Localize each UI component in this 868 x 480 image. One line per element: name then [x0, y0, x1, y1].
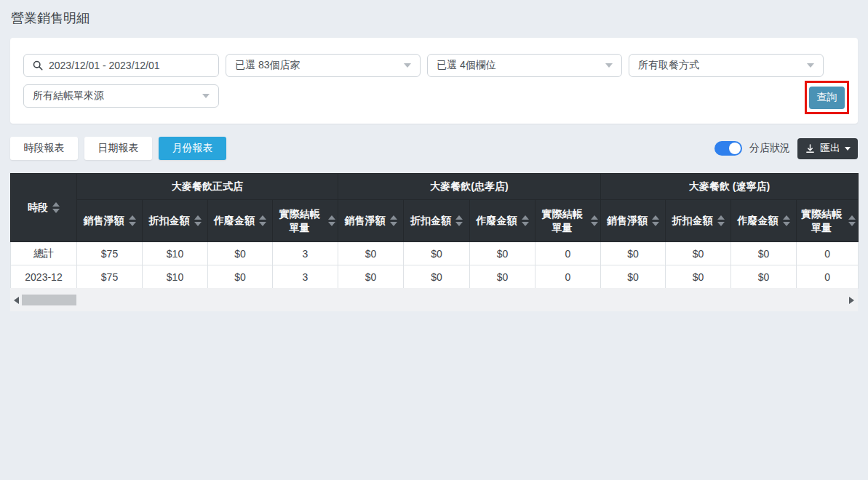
query-button[interactable]: 查詢 — [809, 87, 845, 109]
sort-icon[interactable] — [848, 215, 856, 226]
sort-icon[interactable] — [783, 215, 790, 226]
column-header-net-sales[interactable]: 銷售淨額 — [77, 200, 143, 242]
toggle-knob-icon — [729, 143, 741, 154]
store-group-header-1: 大麥餐飲正式店 — [77, 174, 338, 200]
chevron-down-icon — [807, 63, 814, 68]
chevron-down-icon — [605, 63, 613, 68]
value-cell: $0 — [470, 242, 535, 265]
value-cell: $0 — [666, 265, 731, 289]
pickup-method-value: 所有取餐方式 — [638, 59, 801, 72]
scroll-left-arrow-icon[interactable] — [14, 297, 19, 304]
columns-dropdown[interactable]: 已選 4個欄位 — [427, 54, 622, 77]
column-header-check-count[interactable]: 實際結帳單量 — [535, 200, 601, 242]
value-cell: $0 — [338, 265, 404, 289]
sort-icon[interactable] — [455, 215, 463, 226]
period-cell: 2023-12 — [11, 265, 77, 289]
search-icon — [33, 60, 43, 71]
table-toolbar: 分店狀況 匯出 — [714, 137, 858, 160]
table-row-month: 2023-12 $75 $10 $0 3 $0 $0 $0 0 $0 $0 $0… — [11, 265, 859, 289]
receipt-source-dropdown[interactable]: 所有結帳單來源 — [23, 84, 219, 108]
value-cell: $75 — [77, 265, 143, 289]
horizontal-scrollbar — [10, 288, 858, 311]
sort-icon[interactable] — [328, 215, 335, 226]
column-header-period[interactable]: 時段 — [11, 174, 77, 242]
store-group-header-3: 大麥餐飲 (遼寧店) — [601, 174, 859, 200]
value-cell: $0 — [338, 242, 404, 265]
sort-icon[interactable] — [522, 215, 529, 226]
column-header-void[interactable]: 作廢金額 — [731, 200, 797, 242]
value-cell: $0 — [208, 265, 273, 289]
value-cell: $10 — [143, 242, 208, 265]
sort-icon[interactable] — [717, 215, 725, 226]
page-title: 營業銷售明細 — [11, 9, 89, 27]
receipt-source-value: 所有結帳單來源 — [33, 89, 196, 103]
scroll-right-arrow-icon[interactable] — [849, 297, 854, 304]
period-header-label: 時段 — [28, 201, 48, 215]
sort-icon[interactable] — [52, 202, 60, 213]
column-header-void[interactable]: 作廢金額 — [470, 200, 535, 242]
value-cell: $0 — [404, 242, 470, 265]
value-cell: $0 — [666, 242, 731, 265]
sort-icon[interactable] — [194, 215, 202, 226]
value-cell: 0 — [797, 265, 859, 289]
value-cell: $0 — [731, 242, 797, 265]
value-cell: 0 — [535, 242, 601, 265]
chevron-down-icon — [202, 94, 210, 98]
column-header-net-sales[interactable]: 銷售淨額 — [338, 200, 404, 242]
column-header-check-count[interactable]: 實際結帳單量 — [273, 200, 338, 242]
tab-period-report[interactable]: 時段報表 — [10, 137, 78, 160]
scrollbar-thumb[interactable] — [22, 295, 76, 305]
export-button[interactable]: 匯出 — [797, 138, 858, 159]
value-cell: 3 — [273, 265, 338, 289]
column-header-discount[interactable]: 折扣金額 — [143, 200, 208, 242]
branch-status-label: 分店狀況 — [749, 142, 790, 155]
report-table: 時段 大麥餐飲正式店 大麥餐飲(忠孝店) 大麥餐飲 (遼寧店) 銷售淨額 折扣金… — [10, 173, 859, 289]
download-icon — [805, 143, 816, 154]
caret-down-icon — [845, 147, 851, 151]
value-cell: 0 — [797, 242, 859, 265]
tab-date-report[interactable]: 日期報表 — [84, 137, 152, 160]
value-cell: $0 — [208, 242, 273, 265]
value-cell: $0 — [404, 265, 470, 289]
value-cell: $0 — [731, 265, 797, 289]
period-cell: 總計 — [11, 242, 77, 265]
export-label: 匯出 — [820, 142, 840, 155]
value-cell: 3 — [273, 242, 338, 265]
sort-icon[interactable] — [652, 215, 659, 226]
branch-status-toggle[interactable] — [714, 141, 742, 156]
tab-month-report[interactable]: 月份報表 — [159, 137, 226, 160]
stores-dropdown[interactable]: 已選 83個店家 — [226, 54, 421, 77]
date-range-value: 2023/12/01 - 2023/12/01 — [49, 60, 210, 71]
value-cell: $10 — [143, 265, 208, 289]
column-header-check-count[interactable]: 實際結帳單量 — [797, 200, 859, 242]
query-button-highlight: 查詢 — [805, 81, 849, 114]
sort-icon[interactable] — [591, 215, 598, 226]
date-range-input[interactable]: 2023/12/01 - 2023/12/01 — [23, 54, 219, 77]
value-cell: 0 — [535, 265, 601, 289]
column-header-discount[interactable]: 折扣金額 — [666, 200, 731, 242]
value-cell: $0 — [601, 242, 666, 265]
column-header-net-sales[interactable]: 銷售淨額 — [601, 200, 666, 242]
report-tabs: 時段報表 日期報表 月份報表 — [10, 137, 226, 160]
value-cell: $75 — [77, 242, 143, 265]
columns-dropdown-value: 已選 4個欄位 — [437, 59, 600, 72]
sort-icon[interactable] — [259, 215, 266, 226]
value-cell: $0 — [601, 265, 666, 289]
stores-dropdown-value: 已選 83個店家 — [235, 59, 398, 72]
sort-icon[interactable] — [129, 215, 136, 226]
store-group-header-2: 大麥餐飲(忠孝店) — [338, 174, 601, 200]
scrollbar-track[interactable] — [10, 294, 858, 306]
column-header-discount[interactable]: 折扣金額 — [404, 200, 470, 242]
table-row-total: 總計 $75 $10 $0 3 $0 $0 $0 0 $0 $0 $0 0 — [11, 242, 859, 265]
value-cell: $0 — [470, 265, 535, 289]
chevron-down-icon — [404, 63, 411, 68]
pickup-method-dropdown[interactable]: 所有取餐方式 — [629, 54, 824, 77]
report-table-container: 時段 大麥餐飲正式店 大麥餐飲(忠孝店) 大麥餐飲 (遼寧店) 銷售淨額 折扣金… — [10, 173, 858, 289]
sort-icon[interactable] — [390, 215, 397, 226]
column-header-void[interactable]: 作廢金額 — [208, 200, 273, 242]
filter-panel: 2023/12/01 - 2023/12/01 已選 83個店家 已選 4個欄位… — [10, 38, 858, 124]
